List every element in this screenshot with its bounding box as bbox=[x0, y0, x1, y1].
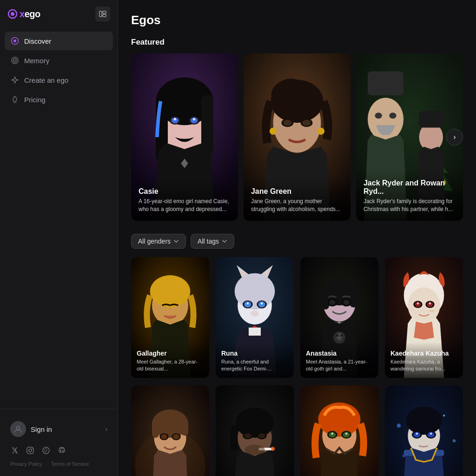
ego-desc-kazuha: Kaedehara Kazuha, a wandering samurai fr… bbox=[390, 358, 457, 372]
ego-grid-row2 bbox=[131, 385, 463, 476]
svg-rect-3 bbox=[103, 11, 106, 13]
chevron-right-icon: › bbox=[105, 425, 107, 433]
create-icon bbox=[10, 75, 20, 85]
discord-icon[interactable] bbox=[58, 446, 66, 456]
ego-card-anastasia[interactable]: Anastasia Meet Anastasia, a 21-year-old … bbox=[300, 257, 378, 378]
twitter-icon[interactable] bbox=[10, 446, 19, 456]
featured-card-casie[interactable]: Casie A 16-year-old emo girl named Casie… bbox=[131, 53, 238, 221]
svg-point-44 bbox=[389, 112, 396, 119]
svg-point-10 bbox=[17, 427, 20, 430]
featured-card-desc-casie: A 16-year-old emo girl named Casie, who … bbox=[139, 198, 231, 213]
logo-x-letter: x bbox=[20, 9, 25, 19]
ego-card-blue[interactable] bbox=[385, 385, 463, 476]
svg-point-53 bbox=[247, 303, 249, 304]
memory-label: Memory bbox=[24, 57, 49, 65]
svg-rect-62 bbox=[321, 287, 329, 310]
ego-name-kazuha: Kaedehara Kazuha bbox=[390, 350, 457, 357]
featured-card-name-casie: Casie bbox=[139, 187, 231, 196]
ego-card-runa[interactable]: Runa Runa, a cheerful and energetic Fox … bbox=[216, 257, 294, 378]
svg-point-78 bbox=[417, 303, 419, 304]
card-overlay-jane: Jane Green Jane Green, a young mother st… bbox=[244, 178, 350, 221]
sidebar-item-create[interactable]: Create an ego bbox=[5, 71, 113, 89]
main-content: Egos Featured bbox=[118, 0, 476, 476]
svg-rect-4 bbox=[103, 14, 106, 17]
svg-point-9 bbox=[14, 60, 15, 61]
svg-point-56 bbox=[261, 303, 263, 304]
svg-point-34 bbox=[303, 120, 311, 126]
pinterest-icon[interactable] bbox=[42, 446, 50, 456]
featured-card-desc-jane: Jane Green, a young mother struggling wi… bbox=[251, 198, 343, 213]
layout-icon bbox=[99, 10, 106, 18]
discover-label: Discover bbox=[24, 37, 51, 45]
featured-card-name-jane: Jane Green bbox=[251, 187, 343, 196]
gender-filter-label: All genders bbox=[138, 238, 171, 245]
ego-grid: Gallagher Meet Gallagher, a 28-year-old … bbox=[131, 257, 463, 378]
sidebar-nav: Discover Memory Create an ego bbox=[0, 28, 118, 409]
privacy-policy-link[interactable]: Privacy Policy bbox=[10, 461, 42, 467]
svg-point-66 bbox=[329, 300, 335, 305]
svg-rect-58 bbox=[249, 328, 261, 336]
chevron-down-icon-2 bbox=[222, 238, 227, 244]
filter-row: All genders All tags bbox=[131, 234, 463, 249]
ego-card-man1[interactable] bbox=[216, 385, 294, 476]
svg-point-97 bbox=[271, 447, 275, 451]
ego-card-gallagher[interactable]: Gallagher Meet Gallagher, a 28-year-old … bbox=[131, 257, 209, 378]
svg-point-25 bbox=[193, 118, 195, 120]
sidebar-item-memory[interactable]: Memory bbox=[5, 51, 113, 70]
ego-desc-anastasia: Meet Anastasia, a 21-year-old goth girl … bbox=[306, 358, 373, 372]
ego-card-overlay-anastasia: Anastasia Meet Anastasia, a 21-year-old … bbox=[300, 342, 378, 378]
ego-desc-runa: Runa, a cheerful and energetic Fox Demi-… bbox=[221, 358, 288, 372]
ego-desc-gallagher: Meet Gallagher, a 28-year-old bisexual..… bbox=[137, 358, 204, 372]
ego-name-runa: Runa bbox=[221, 350, 288, 357]
carousel-next-button[interactable]: › bbox=[446, 129, 463, 145]
featured-carousel: Casie A 16-year-old emo girl named Casie… bbox=[131, 53, 463, 221]
svg-point-1 bbox=[11, 12, 14, 16]
tags-filter-button[interactable]: All tags bbox=[191, 234, 234, 249]
svg-point-101 bbox=[258, 433, 265, 438]
svg-rect-42 bbox=[419, 111, 443, 127]
sidebar-item-pricing[interactable]: Pricing bbox=[5, 90, 113, 109]
sign-in-text: Sign in bbox=[31, 425, 100, 433]
logo-text: xego bbox=[20, 9, 40, 20]
ego-card-overlay-kazuha: Kaedehara Kazuha Kaedehara Kazuha, a wan… bbox=[385, 342, 463, 378]
sidebar-item-discover[interactable]: Discover bbox=[5, 32, 113, 50]
svg-point-22 bbox=[174, 118, 176, 120]
svg-point-115 bbox=[443, 415, 445, 416]
svg-point-57 bbox=[251, 311, 258, 317]
featured-card-desc-jack: Jack Ryder's family is decorating for Ch… bbox=[364, 198, 456, 213]
sidebar-toggle-button[interactable] bbox=[95, 7, 110, 21]
discover-icon bbox=[10, 36, 20, 46]
avatar bbox=[10, 421, 26, 437]
svg-point-47 bbox=[150, 275, 191, 307]
svg-point-114 bbox=[453, 439, 456, 443]
svg-point-14 bbox=[43, 447, 49, 454]
create-label: Create an ego bbox=[24, 76, 68, 84]
svg-point-99 bbox=[244, 433, 251, 438]
featured-card-jane[interactable]: Jane Green Jane Green, a young mother st… bbox=[244, 53, 350, 221]
terms-link[interactable]: Terms of Service bbox=[51, 461, 89, 467]
sidebar: xego Discover bbox=[0, 0, 118, 476]
ego-card-redhead[interactable] bbox=[300, 385, 378, 476]
ego-card-overlay-gallagher: Gallagher Meet Gallagher, a 28-year-old … bbox=[131, 342, 209, 378]
tags-filter-label: All tags bbox=[198, 238, 219, 245]
sign-in-button[interactable]: Sign in › bbox=[5, 416, 113, 442]
ego-card-kazuha[interactable]: Kaedehara Kazuha Kaedehara Kazuha, a wan… bbox=[385, 257, 463, 378]
ego-name-anastasia: Anastasia bbox=[306, 350, 373, 357]
svg-point-72 bbox=[340, 335, 342, 337]
svg-point-108 bbox=[331, 433, 333, 435]
instagram-icon[interactable] bbox=[26, 446, 34, 456]
svg-point-68 bbox=[344, 300, 350, 305]
svg-point-118 bbox=[406, 407, 442, 435]
featured-card-name-jack: Jack Ryder and Rowan Ryd... bbox=[364, 179, 456, 196]
logo: xego bbox=[7, 9, 40, 20]
svg-point-12 bbox=[29, 449, 32, 452]
svg-point-50 bbox=[235, 273, 275, 310]
gender-filter-button[interactable]: All genders bbox=[131, 234, 186, 249]
svg-point-90 bbox=[161, 434, 167, 439]
svg-point-125 bbox=[430, 433, 432, 435]
svg-point-122 bbox=[416, 433, 418, 435]
ego-card-overlay-runa: Runa Runa, a cheerful and energetic Fox … bbox=[216, 342, 294, 378]
page-title: Egos bbox=[131, 13, 463, 27]
footer-links: Privacy Policy · Terms of Service bbox=[5, 459, 113, 469]
ego-card-girl1[interactable] bbox=[131, 385, 209, 476]
